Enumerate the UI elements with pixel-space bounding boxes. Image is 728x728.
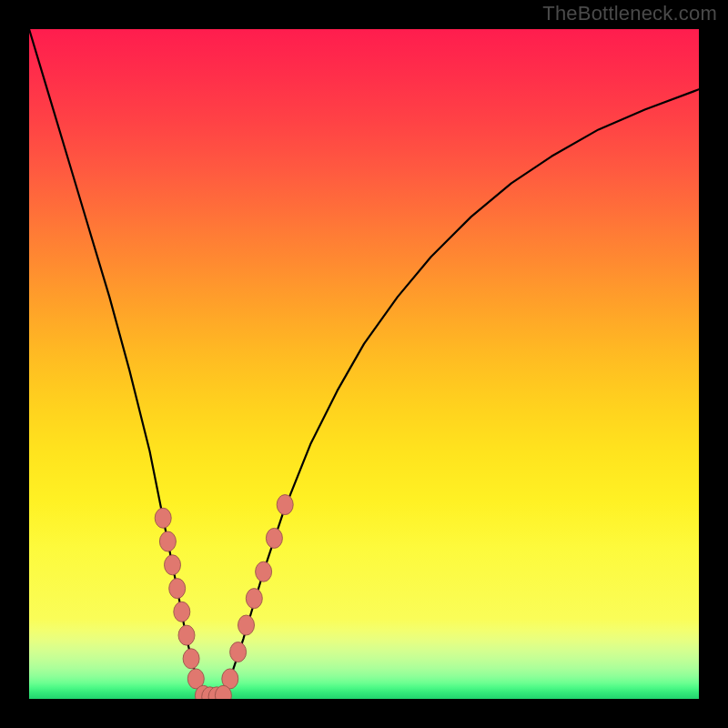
bead-marker (165, 555, 181, 575)
bead-marker (155, 508, 171, 528)
plot-area (29, 29, 699, 699)
curve-svg (29, 29, 699, 699)
watermark-text: TheBottleneck.com (542, 2, 717, 25)
bead-marker (174, 602, 190, 622)
bead-marker (169, 579, 186, 599)
bead-marker (178, 625, 195, 645)
bead-marker (238, 615, 255, 635)
bead-marker (230, 642, 247, 662)
bead-marker (256, 561, 272, 581)
bottleneck-curve (29, 29, 699, 695)
bead-marker (159, 531, 176, 551)
bead-marker (266, 528, 282, 548)
bead-marker (246, 589, 262, 609)
bead-marker (277, 495, 293, 515)
chart-stage: TheBottleneck.com (0, 0, 728, 728)
bead-marker (183, 649, 199, 669)
bead-group (155, 495, 293, 699)
